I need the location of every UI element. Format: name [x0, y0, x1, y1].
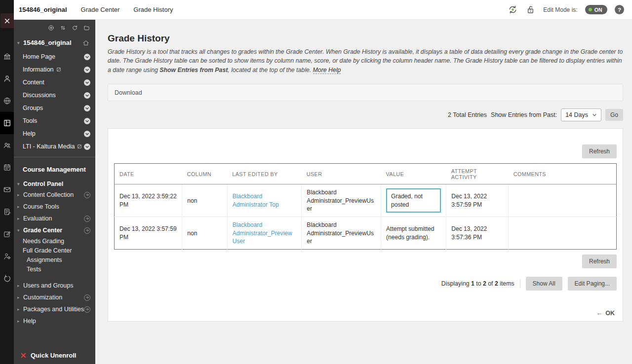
paging-status: Displaying 1 to 2 of 2 items: [441, 280, 514, 287]
sign-out-icon[interactable]: [0, 267, 14, 290]
sidebar-item-packages-and-utilities[interactable]: ▸Packages and Utilities: [14, 303, 95, 315]
cell-user: Blackboard Administrator_PreviewUser: [302, 184, 381, 217]
refresh-button-bottom[interactable]: Refresh: [582, 255, 617, 268]
folder-icon[interactable]: [83, 25, 90, 31]
sidebar-item-customization[interactable]: ▸Customization: [14, 291, 95, 303]
column-header-attempt-activity[interactable]: ATTEMPT ACTIVITY: [446, 164, 509, 184]
course-menu: Home PageInformationContentDiscussionsGr…: [14, 50, 95, 153]
more-help-link[interactable]: More Help: [313, 67, 341, 74]
open-in-new-arrow-icon[interactable]: [84, 227, 90, 234]
sidebar-item-course-tools[interactable]: ▸Course Tools: [14, 201, 95, 213]
item-options-chevron-icon[interactable]: [84, 79, 90, 86]
help-button[interactable]: ?: [615, 5, 624, 14]
sidebar-item-users-and-groups[interactable]: ▸Users and Groups: [14, 280, 95, 291]
paging-divider: [520, 279, 520, 288]
sidebar-item-label: Users and Groups: [23, 282, 73, 289]
home-icon[interactable]: [82, 39, 89, 46]
item-options-chevron-icon[interactable]: [84, 118, 90, 124]
globe-icon[interactable]: [0, 90, 14, 112]
messages-icon[interactable]: [0, 179, 14, 201]
sidebar-item-grade-center[interactable]: ▾Grade Center: [14, 224, 95, 236]
refresh-icon[interactable]: [72, 25, 78, 31]
sidebar-item-assignments[interactable]: Assignments: [14, 255, 95, 264]
sidebar-item-discussions[interactable]: Discussions: [14, 89, 95, 102]
sidebar-item-help[interactable]: ▸Help: [14, 315, 95, 327]
hidden-from-students-icon: [56, 67, 61, 72]
last-edited-by-link[interactable]: Blackboard Administrator_PreviewUser: [233, 221, 292, 245]
quick-unenroll-button[interactable]: Quick Unenroll: [20, 352, 76, 359]
back-arrow-icon: ←: [596, 310, 603, 317]
sidebar-item-lti-kaltura-media[interactable]: LTI - Kaltura Media: [14, 140, 95, 153]
sidebar-item-label: Content Collection: [23, 191, 74, 198]
sidebar-item-label: Packages and Utilities: [23, 306, 84, 313]
column-header-comments[interactable]: COMMENTS: [509, 164, 617, 184]
last-edited-by-link[interactable]: Blackboard Administrator Top: [233, 193, 279, 208]
table-row: Dec 13, 2022 3:57:59 PMnonBlackboard Adm…: [115, 217, 617, 250]
base-nav-strip: [0, 0, 14, 364]
period-select[interactable]: 14 Days: [561, 109, 601, 121]
sidebar-item-help[interactable]: Help: [14, 127, 95, 140]
item-options-chevron-icon[interactable]: [84, 105, 90, 111]
sidebar-item-label: Needs Grading: [23, 238, 64, 245]
sidebar-item-content[interactable]: Content: [14, 76, 95, 89]
control-panel-heading[interactable]: ▾ Control Panel: [14, 174, 95, 189]
item-options-chevron-icon[interactable]: [84, 131, 90, 137]
cell-attempt-activity: Dec 13, 2022 3:57:36 PM: [446, 217, 509, 250]
show-all-button[interactable]: Show All: [526, 277, 562, 291]
column-header-value[interactable]: VALUE: [381, 164, 446, 184]
refresh-button-top[interactable]: Refresh: [582, 145, 617, 158]
breadcrumb-grade-center[interactable]: Grade Center: [74, 6, 127, 13]
institution-icon[interactable]: [0, 45, 14, 68]
open-in-new-arrow-icon[interactable]: [84, 192, 90, 198]
sidebar-item-full-grade-center[interactable]: Full Grade Center: [14, 246, 95, 255]
sidebar-item-label: Help: [23, 318, 36, 325]
cell-comments: [509, 217, 617, 250]
sidebar-item-groups[interactable]: Groups: [14, 102, 95, 114]
courses-icon[interactable]: [0, 112, 14, 134]
sidebar-item-tests[interactable]: Tests: [14, 264, 95, 274]
student-preview-icon[interactable]: [508, 4, 518, 15]
add-circle-icon[interactable]: [48, 25, 54, 31]
item-options-chevron-icon[interactable]: [84, 54, 90, 60]
cell-comments: [509, 184, 617, 217]
item-options-chevron-icon[interactable]: [84, 67, 90, 73]
open-in-new-arrow-icon[interactable]: [84, 216, 90, 222]
edit-mode-toggle[interactable]: ON: [585, 5, 607, 14]
profile-icon[interactable]: [0, 68, 14, 90]
cell-last-edited-by: Blackboard Administrator Top: [227, 184, 302, 217]
open-in-new-arrow-icon[interactable]: [84, 306, 90, 313]
sidebar-item-evaluation[interactable]: ▸Evaluation: [14, 213, 95, 224]
sidebar-item-information[interactable]: Information: [14, 63, 95, 76]
grades-icon[interactable]: [0, 201, 14, 223]
go-button[interactable]: Go: [605, 109, 623, 121]
admin-icon[interactable]: [0, 245, 14, 267]
edit-mode-on-dot: [589, 8, 592, 11]
sidebar-item-label: Discussions: [23, 92, 56, 99]
column-header-user[interactable]: USER: [302, 164, 381, 184]
lock-icon[interactable]: 0: [525, 4, 536, 15]
sidebar-item-tools[interactable]: Tools: [14, 114, 95, 127]
edit-mode-label: Edit Mode is:: [543, 6, 577, 13]
sidebar-item-needs-grading[interactable]: Needs Grading: [14, 236, 95, 246]
sidebar-item-home-page[interactable]: Home Page: [14, 50, 95, 63]
breadcrumb-grade-history[interactable]: Grade History: [126, 6, 180, 13]
close-menu-button[interactable]: [0, 13, 14, 28]
column-header-date[interactable]: DATE: [115, 164, 182, 184]
column-header-last-edited-by[interactable]: LAST EDITED BY: [227, 164, 302, 184]
breadcrumb-course[interactable]: 154846_original: [14, 6, 74, 13]
reorder-icon[interactable]: [60, 25, 66, 31]
calendar-icon[interactable]: [0, 156, 14, 179]
sidebar-item-content-collection[interactable]: ▸Content Collection: [14, 189, 95, 201]
ok-button[interactable]: ← OK: [596, 310, 615, 317]
download-button[interactable]: Download: [115, 89, 142, 96]
groups-icon[interactable]: [0, 134, 14, 156]
edit-paging-button[interactable]: Edit Paging...: [568, 277, 617, 291]
cell-column: non: [182, 184, 228, 217]
sidebar-course-title[interactable]: ▾ 154846_original: [14, 32, 95, 50]
close-icon: [4, 18, 10, 24]
column-header-column[interactable]: COLUMN: [182, 164, 228, 184]
open-in-new-arrow-icon[interactable]: [84, 294, 90, 301]
item-options-chevron-icon[interactable]: [84, 92, 90, 99]
create-icon[interactable]: [0, 223, 14, 245]
item-options-chevron-icon[interactable]: [84, 144, 90, 150]
